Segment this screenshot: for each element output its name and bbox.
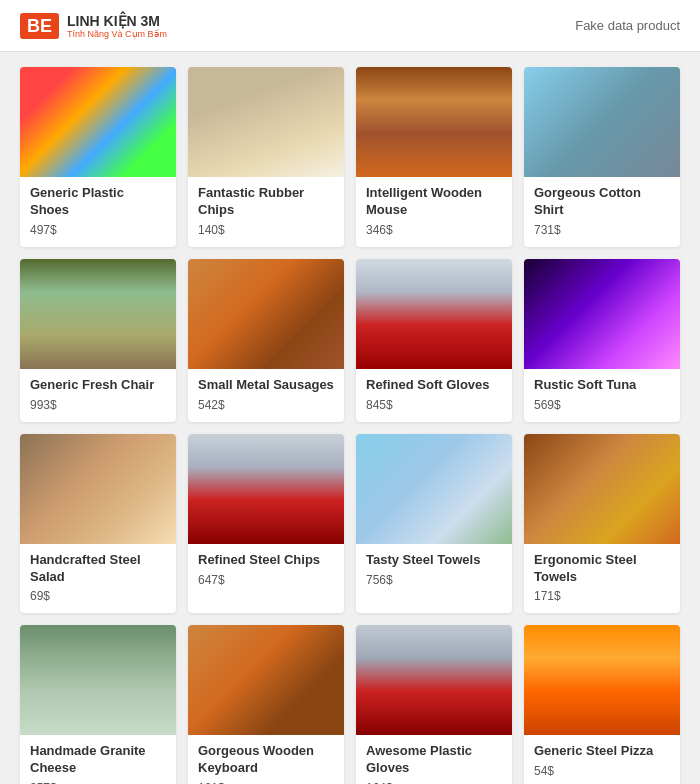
product-price: 497$ [30, 223, 166, 237]
logo[interactable]: BE LINH KIỆN 3M Tính Năng Và Cụm Bấm [20, 13, 167, 39]
product-info: Refined Soft Gloves 845$ [356, 369, 512, 422]
product-image [356, 625, 512, 735]
product-image [188, 259, 344, 369]
product-image [524, 434, 680, 544]
product-name: Generic Steel Pizza [534, 743, 670, 760]
product-name: Generic Fresh Chair [30, 377, 166, 394]
product-image [356, 434, 512, 544]
product-price: 171$ [534, 589, 670, 603]
site-name: LINH KIỆN 3M [67, 13, 167, 29]
header-tagline: Fake data product [575, 18, 680, 33]
product-info: Generic Steel Pizza 54$ [524, 735, 680, 784]
product-image [188, 434, 344, 544]
product-info: Handmade Granite Cheese 857$ [20, 735, 176, 784]
product-price: 731$ [534, 223, 670, 237]
product-name: Intelligent Wooden Mouse [366, 185, 502, 219]
product-card[interactable]: Handmade Granite Cheese 857$ [20, 625, 176, 784]
product-price: 647$ [198, 573, 334, 587]
product-card[interactable]: Awesome Plastic Gloves 164$ [356, 625, 512, 784]
product-card[interactable]: Small Metal Sausages 542$ [188, 259, 344, 422]
product-image [188, 67, 344, 177]
product-name: Ergonomic Steel Towels [534, 552, 670, 586]
logo-letters: BE [27, 16, 52, 36]
product-price: 993$ [30, 398, 166, 412]
product-name: Awesome Plastic Gloves [366, 743, 502, 777]
product-info: Awesome Plastic Gloves 164$ [356, 735, 512, 784]
product-name: Refined Soft Gloves [366, 377, 502, 394]
product-price: 140$ [198, 223, 334, 237]
product-name: Gorgeous Cotton Shirt [534, 185, 670, 219]
product-name: Rustic Soft Tuna [534, 377, 670, 394]
product-image [524, 259, 680, 369]
product-card[interactable]: Rustic Soft Tuna 569$ [524, 259, 680, 422]
product-card[interactable]: Generic Steel Pizza 54$ [524, 625, 680, 784]
product-price: 845$ [366, 398, 502, 412]
product-price: 54$ [534, 764, 670, 778]
product-card[interactable]: Ergonomic Steel Towels 171$ [524, 434, 680, 614]
product-card[interactable]: Generic Plastic Shoes 497$ [20, 67, 176, 247]
product-card[interactable]: Refined Soft Gloves 845$ [356, 259, 512, 422]
product-card[interactable]: Tasty Steel Towels 756$ [356, 434, 512, 614]
product-info: Gorgeous Cotton Shirt 731$ [524, 177, 680, 247]
product-image [20, 434, 176, 544]
logo-box: BE [20, 13, 59, 39]
product-price: 756$ [366, 573, 502, 587]
product-info: Ergonomic Steel Towels 171$ [524, 544, 680, 614]
product-image [20, 259, 176, 369]
product-name: Refined Steel Chips [198, 552, 334, 569]
product-name: Handcrafted Steel Salad [30, 552, 166, 586]
product-image [356, 259, 512, 369]
product-name: Generic Plastic Shoes [30, 185, 166, 219]
product-image [524, 625, 680, 735]
product-card[interactable]: Fantastic Rubber Chips 140$ [188, 67, 344, 247]
product-card[interactable]: Handcrafted Steel Salad 69$ [20, 434, 176, 614]
product-image [20, 67, 176, 177]
logo-text-block: LINH KIỆN 3M Tính Năng Và Cụm Bấm [67, 13, 167, 39]
product-name: Fantastic Rubber Chips [198, 185, 334, 219]
product-card[interactable]: Gorgeous Wooden Keyboard 101$ [188, 625, 344, 784]
site-header: BE LINH KIỆN 3M Tính Năng Và Cụm Bấm Fak… [0, 0, 700, 52]
product-price: 569$ [534, 398, 670, 412]
product-card[interactable]: Intelligent Wooden Mouse 346$ [356, 67, 512, 247]
product-card[interactable]: Refined Steel Chips 647$ [188, 434, 344, 614]
product-card[interactable]: Generic Fresh Chair 993$ [20, 259, 176, 422]
product-info: Small Metal Sausages 542$ [188, 369, 344, 422]
product-name: Handmade Granite Cheese [30, 743, 166, 777]
product-info: Gorgeous Wooden Keyboard 101$ [188, 735, 344, 784]
product-info: Refined Steel Chips 647$ [188, 544, 344, 597]
product-name: Small Metal Sausages [198, 377, 334, 394]
product-image [20, 625, 176, 735]
product-info: Generic Plastic Shoes 497$ [20, 177, 176, 247]
product-image [188, 625, 344, 735]
product-info: Fantastic Rubber Chips 140$ [188, 177, 344, 247]
product-price: 69$ [30, 589, 166, 603]
product-image [524, 67, 680, 177]
product-price: 542$ [198, 398, 334, 412]
main-content: Generic Plastic Shoes 497$ Fantastic Rub… [0, 52, 700, 784]
product-name: Gorgeous Wooden Keyboard [198, 743, 334, 777]
product-info: Handcrafted Steel Salad 69$ [20, 544, 176, 614]
site-slogan: Tính Năng Và Cụm Bấm [67, 29, 167, 39]
product-grid: Generic Plastic Shoes 497$ Fantastic Rub… [20, 67, 680, 784]
product-card[interactable]: Gorgeous Cotton Shirt 731$ [524, 67, 680, 247]
product-price: 346$ [366, 223, 502, 237]
product-image [356, 67, 512, 177]
product-info: Rustic Soft Tuna 569$ [524, 369, 680, 422]
product-name: Tasty Steel Towels [366, 552, 502, 569]
product-info: Generic Fresh Chair 993$ [20, 369, 176, 422]
product-info: Intelligent Wooden Mouse 346$ [356, 177, 512, 247]
product-info: Tasty Steel Towels 756$ [356, 544, 512, 597]
